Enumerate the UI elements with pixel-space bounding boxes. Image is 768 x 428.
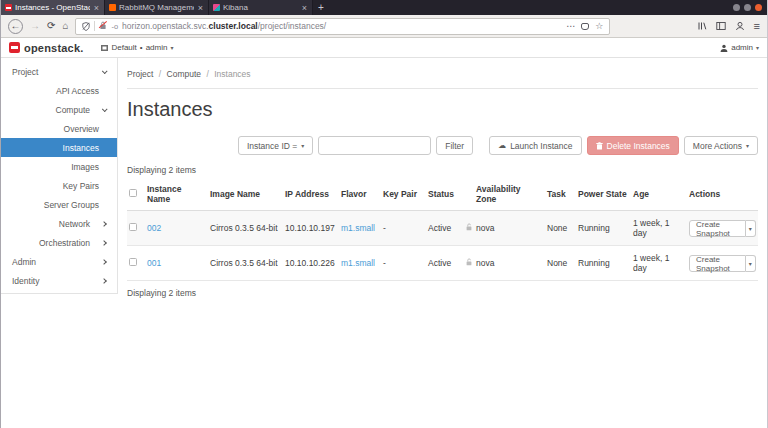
col-flavor[interactable]: Flavor: [339, 178, 381, 211]
maximize-button[interactable]: [744, 4, 751, 11]
chevron-down-icon: ▾: [301, 142, 304, 149]
context-domain: Default: [111, 43, 136, 52]
task-cell: None: [545, 246, 576, 281]
back-button[interactable]: ←: [8, 19, 23, 34]
tab-kibana[interactable]: Kibana ×: [209, 0, 313, 15]
task-cell: None: [545, 211, 576, 246]
sidebar-item-api-access[interactable]: API Access: [1, 81, 117, 100]
row-actions-dropdown[interactable]: ▾: [746, 255, 756, 272]
openstack-brand[interactable]: openstack.: [9, 42, 83, 54]
horizon-header: openstack. Default • admin ▾ admin ▾: [1, 38, 767, 58]
sidebar-item-compute[interactable]: Compute: [1, 100, 117, 119]
browser-navbar: ← → ⟳ ⌂ -o horizon.openstack.svc.cluster…: [1, 15, 767, 38]
create-snapshot-button[interactable]: Create Snapshot: [689, 255, 746, 272]
status-cell: Active: [428, 223, 472, 233]
col-task[interactable]: Task: [545, 178, 576, 211]
close-tab-icon[interactable]: ×: [197, 3, 204, 13]
select-all-checkbox[interactable]: [129, 189, 137, 197]
item-count-top: Displaying 2 items: [127, 165, 758, 175]
tracking-shield-icon[interactable]: [82, 22, 90, 31]
project-context-switcher[interactable]: Default • admin ▾: [101, 43, 173, 52]
breadcrumb: Project / Compute / Instances: [127, 64, 758, 89]
image-name-cell: Cirros 0.3.5 64-bit: [208, 211, 283, 246]
table-row: 001 Cirros 0.3.5 64-bit 10.10.10.226 m1.…: [127, 246, 758, 281]
col-age[interactable]: Age: [631, 178, 687, 211]
close-window-button[interactable]: [755, 4, 762, 11]
chevron-down-icon: [102, 68, 108, 74]
rabbitmq-favicon-icon: [109, 4, 116, 11]
library-icon[interactable]: [697, 21, 707, 31]
ip-address-cell: 10.10.10.226: [283, 246, 339, 281]
col-availability-zone[interactable]: Availability Zone: [474, 178, 545, 211]
create-snapshot-button[interactable]: Create Snapshot: [689, 220, 746, 237]
account-icon[interactable]: [735, 21, 745, 31]
row-checkbox[interactable]: [129, 223, 137, 231]
col-power-state[interactable]: Power State: [576, 178, 631, 211]
more-actions-dropdown[interactable]: More Actions ▾: [684, 136, 758, 155]
status-cell: Active: [428, 258, 472, 268]
insecure-lock-icon[interactable]: [99, 21, 107, 32]
key-pair-cell: -: [381, 246, 426, 281]
filter-button[interactable]: Filter: [436, 136, 473, 155]
sidebar-item-key-pairs[interactable]: Key Pairs: [1, 176, 117, 195]
instances-table: Instance Name Image Name IP Address Flav…: [127, 178, 758, 281]
filter-field-dropdown[interactable]: Instance ID = ▾: [238, 136, 313, 155]
user-menu[interactable]: admin ▾: [720, 43, 759, 52]
breadcrumb-project[interactable]: Project: [127, 69, 153, 79]
ip-address-cell: 10.10.10.197: [283, 211, 339, 246]
table-actions-row: Instance ID = ▾ Filter ☁ Launch Instance: [127, 136, 758, 155]
sidebar-item-identity[interactable]: Identity: [1, 271, 117, 290]
table-row: 002 Cirros 0.3.5 64-bit 10.10.10.197 m1.…: [127, 211, 758, 246]
filter-input[interactable]: [318, 136, 431, 155]
tab-rabbitmq[interactable]: RabbitMQ Management ×: [105, 0, 209, 15]
menu-icon[interactable]: ≡: [754, 20, 760, 32]
url-text: horizon.openstack.svc.cluster.local/proj…: [122, 21, 562, 31]
row-actions: Create Snapshot ▾: [689, 255, 756, 272]
sidebar-item-admin[interactable]: Admin: [1, 252, 117, 271]
sidebar-item-network[interactable]: Network: [1, 214, 117, 233]
flavor-link[interactable]: m1.small: [341, 258, 375, 268]
sidebar-item-images[interactable]: Images: [1, 157, 117, 176]
sidebar-item-overview[interactable]: Overview: [1, 119, 117, 138]
forward-icon[interactable]: →: [30, 21, 40, 31]
close-tab-icon[interactable]: ×: [93, 3, 100, 13]
age-cell: 1 week, 1 day: [631, 211, 687, 246]
launch-instance-button[interactable]: ☁ Launch Instance: [489, 136, 581, 155]
sidebar-item-orchestration[interactable]: Orchestration: [1, 233, 117, 252]
row-actions: Create Snapshot ▾: [689, 220, 756, 237]
url-bar[interactable]: -o horizon.openstack.svc.cluster.local/p…: [75, 18, 610, 35]
openstack-logo-icon: [9, 42, 20, 53]
col-status[interactable]: Status: [426, 178, 474, 211]
sidebar-item-project[interactable]: Project: [1, 62, 117, 81]
bookmark-star-icon[interactable]: ☆: [595, 21, 603, 31]
col-instance-name[interactable]: Instance Name: [145, 178, 208, 211]
delete-instances-button[interactable]: Delete Instances: [587, 136, 679, 155]
col-key-pair[interactable]: Key Pair: [381, 178, 426, 211]
breadcrumb-compute[interactable]: Compute: [167, 69, 202, 79]
col-ip-address[interactable]: IP Address: [283, 178, 339, 211]
flavor-link[interactable]: m1.small: [341, 223, 375, 233]
row-checkbox[interactable]: [129, 258, 137, 266]
instance-name-link[interactable]: 001: [147, 258, 161, 268]
pocket-icon[interactable]: [581, 23, 589, 30]
tab-openstack-instances[interactable]: Instances - OpenStack D ×: [1, 0, 105, 15]
sidebar-item-server-groups[interactable]: Server Groups: [1, 195, 117, 214]
new-tab-button[interactable]: +: [313, 0, 329, 15]
power-state-cell: Running: [576, 211, 631, 246]
window-controls: [733, 0, 767, 15]
col-image-name[interactable]: Image Name: [208, 178, 283, 211]
home-icon[interactable]: ⌂: [62, 21, 68, 31]
instance-name-link[interactable]: 002: [147, 223, 161, 233]
chevron-down-icon: [102, 106, 108, 112]
reload-icon[interactable]: ⟳: [47, 21, 55, 31]
chevron-down-icon: ▾: [746, 142, 749, 149]
sidebar-item-instances[interactable]: Instances: [1, 138, 117, 157]
minimize-button[interactable]: [733, 4, 740, 11]
age-cell: 1 week, 1 day: [631, 246, 687, 281]
row-actions-dropdown[interactable]: ▾: [746, 220, 756, 237]
close-tab-icon[interactable]: ×: [301, 3, 308, 13]
sidebar-toggle-icon[interactable]: [716, 21, 726, 31]
page-actions-icon[interactable]: ⋯: [566, 21, 575, 31]
tab-title: RabbitMQ Management: [119, 3, 194, 12]
chevron-right-icon: [101, 221, 107, 227]
